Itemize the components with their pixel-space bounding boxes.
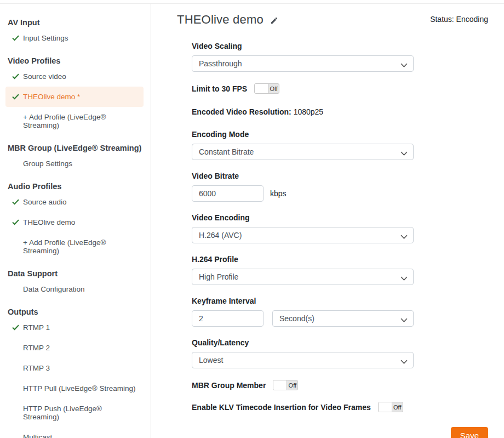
sidebar-header-av-input: AV Input — [8, 18, 151, 27]
check-icon — [12, 325, 23, 331]
quality-latency-select[interactable]: Lowest — [192, 352, 414, 368]
toggle-knob — [273, 380, 287, 390]
app-window: AV Input Input Settings Video Profiles S… — [0, 3, 504, 438]
check-icon — [12, 94, 23, 100]
limit-fps-group: Limit to 30 FPS Off — [192, 83, 414, 94]
h264-profile-select[interactable]: High Profile — [192, 269, 414, 285]
quality-latency-group: Quality/Latency Lowest — [192, 338, 414, 368]
sidebar-item-label: THEOlive demo * — [23, 93, 80, 101]
video-encoding-label: Video Encoding — [192, 213, 414, 222]
sidebar-item-add-audio-profile[interactable]: + Add Profile (LiveEdge® Streaming) — [5, 232, 144, 261]
video-scaling-select[interactable]: Passthrough — [192, 55, 414, 72]
sidebar-item-multicast[interactable]: Multicast — [5, 427, 144, 438]
mbr-group-member-group: MBR Group Member Off — [192, 380, 414, 390]
keyframe-unit-select[interactable]: Second(s) — [272, 310, 414, 327]
encoded-resolution-value: 1080p25 — [294, 107, 324, 116]
check-icon — [12, 73, 23, 79]
encoded-resolution-line: Encoded Video Resolution: 1080p25 — [192, 107, 414, 116]
video-scaling-group: Video Scaling Passthrough — [192, 42, 414, 72]
klv-timecode-group: Enable KLV Timecode Insertion for Video … — [192, 402, 414, 412]
limit-fps-toggle[interactable]: Off — [254, 83, 279, 94]
sidebar-item-label: THEOlive demo — [23, 218, 75, 226]
check-icon — [12, 219, 23, 225]
sidebar-item-source-audio[interactable]: Source audio — [5, 192, 144, 212]
check-icon — [12, 199, 23, 205]
klv-timecode-label: Enable KLV Timecode Insertion for Video … — [192, 403, 371, 412]
video-encoding-group: Video Encoding H.264 (AVC) — [192, 213, 414, 243]
encoding-mode-group: Encoding Mode Constant Bitrate — [192, 130, 414, 160]
sidebar-header-audio-profiles: Audio Profiles — [8, 182, 151, 191]
h264-profile-label: H.264 Profile — [192, 255, 414, 264]
toggle-state-label: Off — [268, 84, 279, 93]
save-row: Save — [177, 427, 488, 438]
encoded-resolution-label: Encoded Video Resolution: — [192, 107, 291, 116]
sidebar-item-http-pull[interactable]: HTTP Pull (LiveEdge® Streaming) — [5, 378, 144, 399]
video-encoding-select[interactable]: H.264 (AVC) — [192, 227, 414, 243]
sidebar-item-label: Group Settings — [23, 160, 72, 168]
sidebar-item-label: RTMP 3 — [23, 364, 50, 372]
toggle-state-label: Off — [287, 380, 297, 390]
keyframe-interval-input[interactable] — [192, 310, 264, 327]
sidebar-header-mbr-group: MBR Group (LiveEdge® Streaming) — [8, 144, 151, 152]
video-bitrate-input[interactable] — [192, 185, 264, 202]
sidebar-item-theolive-demo-video[interactable]: THEOlive demo * — [5, 87, 144, 107]
sidebar-item-group-settings[interactable]: Group Settings — [5, 153, 144, 174]
sidebar-header-data-support: Data Support — [8, 269, 151, 278]
save-button[interactable]: Save — [451, 427, 488, 438]
encoding-mode-label: Encoding Mode — [192, 130, 414, 139]
encoding-mode-select[interactable]: Constant Bitrate — [192, 144, 414, 160]
sidebar-header-video-profiles: Video Profiles — [8, 56, 151, 65]
sidebar-item-label: HTTP Push (LiveEdge® Streaming) — [23, 405, 137, 421]
sidebar-item-label: HTTP Pull (LiveEdge® Streaming) — [23, 384, 136, 393]
video-bitrate-group: Video Bitrate kbps — [192, 172, 414, 202]
settings-form: Video Scaling Passthrough Limit to 30 FP… — [192, 42, 414, 412]
klv-timecode-toggle[interactable]: Off — [378, 402, 403, 412]
sidebar-item-rtmp-1[interactable]: RTMP 1 — [5, 317, 144, 338]
keyframe-interval-group: Keyframe Interval Second(s) — [192, 297, 414, 327]
sidebar-item-label: Source video — [23, 72, 66, 81]
main-header: THEOlive demo Status: Encoding — [177, 13, 488, 27]
keyframe-interval-label: Keyframe Interval — [192, 297, 414, 305]
sidebar-item-input-settings[interactable]: Input Settings — [5, 28, 144, 48]
sidebar-item-rtmp-3[interactable]: RTMP 3 — [5, 358, 144, 378]
sidebar-item-label: + Add Profile (LiveEdge® Streaming) — [23, 238, 137, 255]
sidebar-item-label: Source audio — [23, 198, 67, 206]
video-scaling-label: Video Scaling — [192, 42, 414, 50]
toggle-knob — [255, 84, 268, 93]
sidebar-item-theolive-demo-audio[interactable]: THEOlive demo — [5, 212, 144, 232]
sidebar-item-rtmp-2[interactable]: RTMP 2 — [5, 338, 144, 358]
sidebar: AV Input Input Settings Video Profiles S… — [0, 4, 151, 438]
sidebar-item-label: RTMP 1 — [23, 323, 50, 332]
sidebar-item-add-video-profile[interactable]: + Add Profile (LiveEdge® Streaming) — [5, 107, 144, 135]
video-bitrate-unit: kbps — [270, 189, 287, 198]
check-icon — [12, 35, 23, 41]
limit-fps-label: Limit to 30 FPS — [192, 84, 247, 93]
sidebar-item-label: Input Settings — [23, 34, 68, 42]
sidebar-item-data-configuration[interactable]: Data Configuration — [5, 279, 144, 299]
sidebar-item-source-video[interactable]: Source video — [5, 66, 144, 87]
quality-latency-label: Quality/Latency — [192, 338, 414, 347]
sidebar-item-http-push[interactable]: HTTP Push (LiveEdge® Streaming) — [5, 399, 144, 427]
sidebar-item-label: + Add Profile (LiveEdge® Streaming) — [23, 113, 137, 129]
video-bitrate-label: Video Bitrate — [192, 172, 414, 180]
sidebar-item-label: RTMP 2 — [23, 344, 50, 352]
h264-profile-group: H.264 Profile High Profile — [192, 255, 414, 285]
main-content: THEOlive demo Status: Encoding Video Sca… — [151, 4, 504, 438]
mbr-group-member-label: MBR Group Member — [192, 381, 266, 390]
sidebar-item-label: Data Configuration — [23, 285, 85, 293]
edit-title-icon[interactable] — [270, 16, 278, 25]
page-title: THEOlive demo — [177, 13, 264, 27]
sidebar-header-outputs: Outputs — [8, 308, 151, 316]
status-text: Status: Encoding — [430, 13, 488, 24]
mbr-group-member-toggle[interactable]: Off — [273, 380, 298, 390]
sidebar-item-label: Multicast — [23, 433, 52, 438]
toggle-knob — [379, 402, 392, 412]
toggle-state-label: Off — [392, 402, 403, 412]
